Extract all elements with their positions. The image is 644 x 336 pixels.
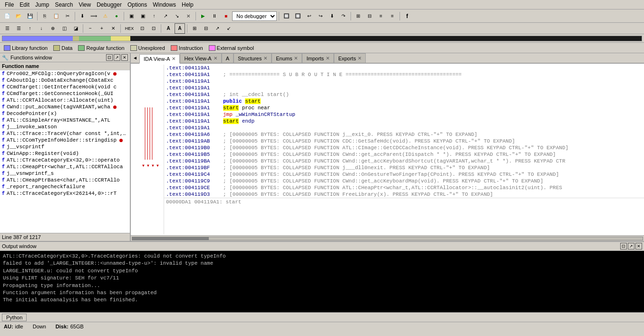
fn-item-14[interactable]: fATL::CHeapPtr<wchar_t,ATL::CCRTAlloca [0, 163, 130, 170]
tb-debug-play[interactable]: ▶ [198, 11, 208, 21]
disasm-row-18[interactable]: .text:004119CE; [00000005 BYTES: COLLAPS… [164, 184, 644, 191]
tb2-close[interactable]: ✕ [108, 23, 118, 34]
tb2-3[interactable]: ↑ [25, 23, 35, 34]
tab-a[interactable]: A [222, 53, 234, 63]
tb-debug-pause[interactable]: ⏸ [209, 11, 220, 21]
fn-item-2[interactable]: fCCmdTarget::GetInterfaceHook(void c [0, 84, 130, 90]
tab-structures-close[interactable]: ✕ [263, 56, 267, 61]
fn-item-0[interactable]: fCPro002_MFCDlg::OnQueryDragIcon(v [0, 70, 130, 77]
tb2-hex[interactable]: HEX [123, 23, 136, 34]
disasm-row-10[interactable]: .text:004119A6; [00000005 BYTES: COLLAPS… [164, 131, 644, 138]
output-float-btn[interactable]: ↗ [628, 243, 634, 250]
disasm-row-0[interactable]: .text:004119A1 [164, 65, 644, 71]
disasm-row-16[interactable]: .text:004119C4; [00000005 BYTES: COLLAPS… [164, 171, 644, 178]
tb2-2[interactable]: ☰ [13, 23, 24, 34]
tb-run-green[interactable]: ● [111, 11, 122, 21]
functions-close-btn[interactable]: ✕ [121, 54, 128, 61]
tb-d3[interactable]: ↩ [304, 11, 314, 21]
disasm-row-5[interactable]: .text:004119A1 public start [164, 98, 644, 105]
fn-item-10[interactable]: fATL::CComTypeInfoHolder::stringdisp [0, 137, 130, 144]
tb-step-into[interactable]: ⬇ [327, 11, 337, 21]
disasm-row-13[interactable]: .text:004119B5; [00000005 BYTES: COLLAPS… [164, 151, 644, 158]
tb-a4[interactable]: ↗ [160, 11, 171, 21]
disasm-content[interactable]: ▼▼▼▼.text:004119A1.text:004119A1; ======… [131, 64, 644, 235]
menu-debugger[interactable]: Debugger [94, 0, 125, 9]
fn-item-3[interactable]: fCCmdTarget::GetConnectionHook(_GUI [0, 90, 130, 97]
menu-file[interactable]: File [2, 0, 17, 9]
tb-d4[interactable]: ↪ [315, 11, 326, 21]
disasm-row-15[interactable]: .text:004119BF; [00000005 BYTES: COLLAPS… [164, 164, 644, 171]
menu-options[interactable]: Options [125, 0, 150, 9]
fn-item-6[interactable]: fDecodePointer(x) [0, 110, 130, 117]
tab-enums[interactable]: Enums ✕ [272, 53, 302, 63]
tb-save[interactable]: 💾 [25, 11, 35, 21]
disasm-row-7[interactable]: .text:004119A1 jmp _wWinMainCRTStartup [164, 111, 644, 118]
tb-copy[interactable]: ⎘ [39, 11, 50, 21]
tb-debug-stop[interactable]: ■ [221, 11, 231, 21]
tab-structures[interactable]: Structures ✕ [234, 53, 272, 63]
disasm-row-4[interactable]: .text:004119A1; int __cdecl start() [164, 91, 644, 98]
disasm-row-1[interactable]: .text:004119A1; ================ S U B R… [164, 71, 644, 78]
tb-a6[interactable]: ⤫ [183, 11, 194, 21]
fn-item-4[interactable]: fATL::CCRTAllocator::Allocate(uint) [0, 97, 130, 104]
disasm-hscroll-thumb[interactable] [132, 237, 209, 240]
tb2-plus[interactable]: + [97, 23, 107, 34]
output-restore-btn[interactable]: ⊡ [620, 243, 627, 250]
tb-e1[interactable]: ⊞ [353, 11, 363, 21]
fn-item-16[interactable]: fATL::CHeapPtrBase<char,ATL::CCRTAllo [0, 177, 130, 183]
tb-e4[interactable]: ≡ [387, 11, 398, 21]
menu-help[interactable]: Help [179, 0, 196, 9]
tb-step-over[interactable]: ↷ [338, 11, 349, 21]
tb-open[interactable]: 📂 [13, 11, 24, 21]
functions-float-btn[interactable]: ↗ [114, 54, 120, 61]
disasm-row-14[interactable]: .text:004119BA; [00000005 BYTES: COLLAPS… [164, 158, 644, 164]
tb2-c1[interactable]: ⊞ [189, 23, 200, 34]
disasm-row-19[interactable]: .text:004119D3; [00000005 BYTES: COLLAPS… [164, 191, 644, 198]
tb-d2[interactable]: 🔲 [293, 11, 303, 21]
fn-item-13[interactable]: fATL::CTraceCategoryEx<32,0>::operato [0, 157, 130, 163]
disasm-row-17[interactable]: .text:004119C9; [00000005 BYTES: COLLAPS… [164, 178, 644, 184]
progress-track[interactable] [2, 36, 642, 41]
menu-search[interactable]: Search [52, 0, 76, 9]
fn-item-11[interactable]: fj__vscprintf [0, 144, 130, 150]
fn-item-15[interactable]: fj__vsnwprintf_s [0, 170, 130, 177]
menu-jump[interactable]: Jump [32, 0, 52, 9]
disasm-row-2[interactable]: .text:004119A1 [164, 78, 644, 85]
tb-e3[interactable]: ≡ [376, 11, 386, 21]
tb2-5[interactable]: ⊕ [48, 23, 58, 34]
tb2-A2[interactable]: A [175, 23, 185, 34]
tab-imports[interactable]: Imports ✕ [302, 53, 334, 63]
tb2-minus[interactable]: − [85, 23, 96, 34]
tb-a3[interactable]: ↑ [149, 11, 159, 21]
disasm-hscroll[interactable] [131, 235, 644, 241]
tb2-c2[interactable]: ⊟ [201, 23, 211, 34]
disasm-row-9[interactable]: .text:004119A1 [164, 125, 644, 131]
disasm-row-3[interactable]: .text:004119A1 [164, 85, 644, 91]
debugger-dropdown[interactable]: No debugger [232, 11, 277, 21]
tb-warn[interactable]: ⚠ [100, 11, 110, 21]
tb-d1[interactable]: 🔲 [281, 11, 292, 21]
tb-import[interactable]: ⟹ [88, 11, 99, 21]
tb2-1[interactable]: ☰ [2, 23, 12, 34]
fn-item-9[interactable]: fATL::CTrace::TraceV(char const *,int,ui… [0, 130, 130, 137]
tb-a2[interactable]: ▣ [137, 11, 148, 21]
tb-a1[interactable]: ▣ [126, 11, 137, 21]
tab-enums-close[interactable]: ✕ [294, 56, 298, 61]
tb-a5[interactable]: ↘ [172, 11, 182, 21]
disasm-row-11[interactable]: .text:004119AB; [00000005 BYTES: COLLAPS… [164, 138, 644, 144]
fn-item-7[interactable]: fATL::CSimpleArray<HINSTANCE_*,ATL [0, 117, 130, 124]
fn-item-1[interactable]: fCAboutDlg::DoDataExchange(CDataExc [0, 77, 130, 84]
tb2-c4[interactable]: ↙ [224, 23, 234, 34]
tb2-7[interactable]: ◪ [70, 23, 81, 34]
python-tab[interactable]: Python [2, 314, 27, 321]
menu-view[interactable]: View [76, 0, 94, 9]
tb-e2[interactable]: ⊟ [364, 11, 375, 21]
tb2-A[interactable]: A [163, 23, 174, 34]
disasm-row-8[interactable]: .text:004119A1start endp [164, 118, 644, 125]
menu-windows[interactable]: Windows [150, 0, 179, 9]
tab-nav-left[interactable]: ◀ [131, 53, 139, 63]
tab-imports-close[interactable]: ✕ [326, 56, 330, 61]
tb2-4[interactable]: ↓ [36, 23, 47, 34]
disasm-row-6[interactable]: .text:004119A1start proc near [164, 105, 644, 111]
tb-cut[interactable]: ✂ [62, 11, 73, 21]
